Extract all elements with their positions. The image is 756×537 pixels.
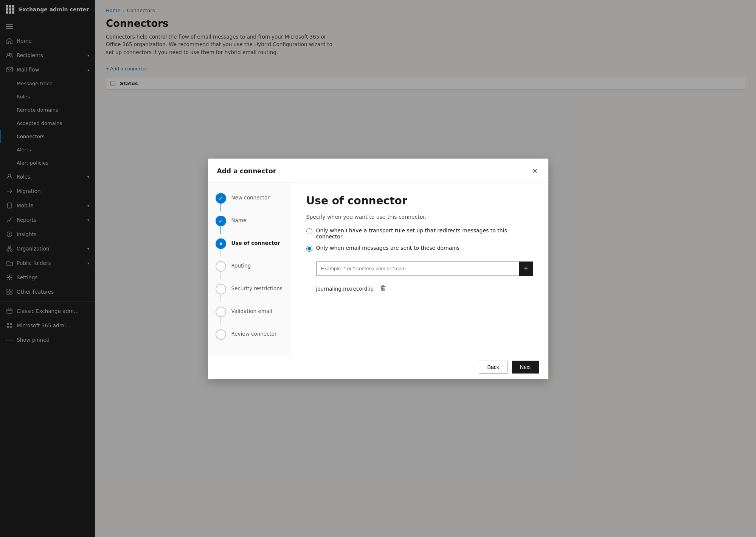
- stepper-panel: New connector Name: [208, 182, 291, 355]
- step-routing[interactable]: Routing: [216, 261, 283, 284]
- modal-body: New connector Name: [208, 182, 548, 355]
- existing-domain: journaling.mxrecord.io: [316, 286, 374, 292]
- step2-circle: [216, 216, 226, 226]
- step3-circle: [216, 238, 226, 249]
- modal-title: Add a connector: [217, 167, 276, 175]
- step2-check: [219, 217, 223, 224]
- step5-line: [220, 294, 221, 302]
- step1-line-wrap: [216, 193, 226, 211]
- step-name[interactable]: Name: [216, 216, 283, 238]
- domain-tag-row: journaling.mxrecord.io: [316, 284, 533, 293]
- radio-transport-rule[interactable]: Only when I have a transport rule set up…: [306, 227, 533, 240]
- step-use-of-connector[interactable]: Use of connector: [216, 238, 283, 261]
- modal-close-button[interactable]: ✕: [531, 165, 539, 177]
- step7-label: Review connector: [231, 329, 277, 338]
- trash-icon: [380, 285, 386, 291]
- step4-label: Routing: [231, 261, 251, 269]
- svg-point-25: [220, 243, 222, 245]
- step3-dot: [219, 242, 223, 246]
- step6-line: [220, 317, 221, 325]
- next-button[interactable]: Next: [512, 361, 539, 374]
- step7-line-wrap: [216, 329, 226, 340]
- step2-line-wrap: [216, 216, 226, 234]
- step5-label: Security restrictions: [231, 284, 283, 292]
- step4-line-wrap: [216, 261, 226, 279]
- step2-label: Name: [231, 216, 247, 224]
- step4-circle: [216, 261, 226, 272]
- step3-line: [220, 249, 221, 257]
- modal: Add a connector ✕ New connector: [208, 159, 548, 379]
- step-validation-email[interactable]: Validation email: [216, 307, 283, 329]
- step5-line-wrap: [216, 284, 226, 302]
- step5-circle: [216, 284, 226, 294]
- step4-line: [220, 272, 221, 279]
- step3-label: Use of connector: [231, 238, 280, 247]
- step7-circle: [216, 329, 226, 340]
- step-list: New connector Name: [216, 193, 283, 344]
- radio-email-domains[interactable]: Only when email messages are sent to the…: [306, 245, 533, 252]
- modal-overlay: Add a connector ✕ New connector: [0, 0, 756, 537]
- radio-transport-rule-label: Only when I have a transport rule set up…: [316, 227, 533, 240]
- content-panel: Use of connector Specify when you want t…: [291, 182, 548, 355]
- step6-circle: [216, 307, 226, 317]
- step6-label: Validation email: [231, 307, 272, 315]
- content-subtitle: Specify when you want to use this connec…: [306, 214, 533, 220]
- radio-transport-rule-input[interactable]: [306, 228, 312, 234]
- step6-line-wrap: [216, 307, 226, 325]
- domain-delete-button[interactable]: [378, 284, 388, 293]
- radio-email-domains-input[interactable]: [306, 246, 312, 252]
- content-title: Use of connector: [306, 195, 533, 207]
- step1-label: New connector: [231, 193, 270, 201]
- domain-input[interactable]: [316, 261, 519, 276]
- modal-footer: Back Next: [208, 355, 548, 379]
- modal-header: Add a connector ✕: [208, 159, 548, 182]
- step-new-connector[interactable]: New connector: [216, 193, 283, 216]
- step-security-restrictions[interactable]: Security restrictions: [216, 284, 283, 307]
- step1-line: [220, 204, 221, 211]
- domain-add-button[interactable]: +: [519, 261, 533, 276]
- step1-circle: [216, 193, 226, 204]
- step-review-connector[interactable]: Review connector: [216, 329, 283, 344]
- back-button[interactable]: Back: [479, 361, 508, 374]
- radio-group: Only when I have a transport rule set up…: [306, 227, 533, 293]
- step1-check: [219, 195, 223, 202]
- step2-line: [220, 226, 221, 234]
- step3-line-wrap: [216, 238, 226, 257]
- domain-input-row: +: [316, 261, 533, 276]
- radio-email-domains-label: Only when email messages are sent to the…: [316, 245, 460, 251]
